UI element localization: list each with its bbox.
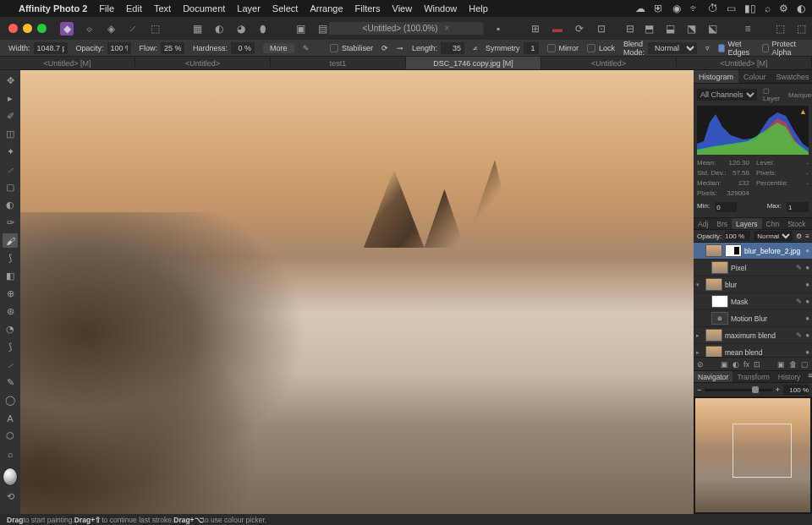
doc-tab-1[interactable]: <Untitled> [135, 57, 271, 69]
toolbar-grp2-icon[interactable]: ⬚ [794, 22, 808, 36]
navigator-viewport[interactable] [732, 424, 793, 479]
tab-histogram[interactable]: Histogram [694, 70, 738, 83]
toolbar-snap4-icon[interactable]: ⊡ [595, 22, 608, 36]
toolbar-selection1-icon[interactable]: ▣ [294, 22, 307, 36]
channels-select[interactable]: All Channels [697, 89, 757, 101]
layer-visibility-icon[interactable]: ● [805, 331, 809, 339]
layer-menu2-icon[interactable]: ≡ [805, 232, 809, 240]
menu-filters[interactable]: Filters [355, 3, 381, 14]
menu-view[interactable]: View [392, 3, 413, 14]
layer-chevron-icon[interactable]: ▸ [696, 332, 703, 339]
layer-opacity-input[interactable] [725, 231, 750, 241]
flow-input[interactable] [161, 42, 184, 54]
doc-tab-0[interactable]: <Untitled> [M] [0, 57, 135, 69]
layer-row[interactable]: blur_before_2.jpg● [694, 243, 812, 260]
menu-text[interactable]: Text [154, 3, 171, 14]
toolbar-snap2-icon[interactable]: ▬ [551, 22, 564, 36]
status-clock-icon[interactable]: ⏱ [708, 3, 718, 14]
min-input[interactable] [715, 202, 737, 212]
stabiliser-check[interactable] [330, 44, 338, 52]
tab-brs[interactable]: Brs [712, 218, 732, 229]
menu-window[interactable]: Window [424, 3, 457, 14]
close-window-button[interactable] [8, 24, 18, 33]
tab-chn[interactable]: Chn [762, 218, 784, 229]
layer-cog-icon[interactable]: ⚙ [796, 232, 802, 240]
layerbot-delete-icon[interactable]: 🗑 [789, 360, 797, 369]
status-control-icon[interactable]: ⚙ [779, 3, 788, 14]
vector-tool-icon[interactable]: ⬡ [3, 429, 18, 443]
paintbrush-tool-icon[interactable]: 🖌 [3, 233, 18, 248]
status-shield-icon[interactable]: ⛨ [654, 3, 664, 14]
wetedges-check[interactable] [718, 44, 725, 52]
toolbar-snap1-icon[interactable]: ⊞ [529, 22, 542, 36]
persona-develop-icon[interactable]: ◈ [104, 22, 118, 36]
toolbar-autolevel-icon[interactable]: ▦ [190, 22, 204, 36]
marquee-toggle[interactable]: Marquee [786, 91, 812, 99]
zoom-window-button[interactable] [37, 24, 47, 33]
layer-visibility-icon[interactable]: ● [805, 348, 809, 356]
navigator-menu-icon[interactable]: ≡ [804, 371, 812, 382]
tab-swatches[interactable]: Swatches [771, 70, 812, 83]
layerbot-crop-icon[interactable]: ⊡ [754, 360, 760, 369]
layer-row[interactable]: Mask✎● [694, 293, 812, 310]
gradient-tool-icon[interactable]: ◐ [3, 198, 18, 212]
width-input[interactable] [34, 42, 68, 54]
toolbar-snap3-icon[interactable]: ⟳ [573, 22, 586, 36]
toolbar-arrange4-icon[interactable]: ⬕ [705, 22, 719, 36]
toolbar-selection2-icon[interactable]: ▤ [315, 22, 329, 36]
layerbot-link-icon[interactable]: ⊘ [697, 360, 704, 369]
status-battery-icon[interactable]: ▮▯ [744, 3, 756, 14]
doc-tab-4[interactable]: <Untitled> [541, 57, 677, 69]
layerbot-mask-icon[interactable]: ▣ [721, 360, 728, 369]
symmetry-icon[interactable]: ⦞ [473, 43, 477, 52]
brush-preview-icon[interactable]: ✎ [303, 44, 310, 52]
hardness-input[interactable] [231, 42, 255, 54]
dodge-tool-icon[interactable]: ◔ [3, 322, 18, 336]
selection-tool-icon[interactable]: ✦ [3, 145, 18, 159]
clone-tool-icon[interactable]: ⊕ [3, 287, 18, 301]
tab-layers[interactable]: Layers [732, 218, 762, 229]
status-user-icon[interactable]: ◉ [672, 3, 681, 14]
toolbar-assist-icon[interactable]: ⊟ [623, 22, 637, 36]
menu-arrange[interactable]: Arrange [310, 3, 343, 14]
warning-icon[interactable]: ▲ [799, 107, 807, 116]
color-well[interactable] [3, 468, 18, 486]
zoom-out-icon[interactable]: − [697, 386, 701, 394]
toolbar-align1-icon[interactable]: ≡ [741, 22, 754, 36]
tab-history[interactable]: History [774, 371, 804, 382]
layer-chevron-icon[interactable]: ▾ [696, 282, 703, 288]
layer-visibility-icon[interactable]: ● [805, 314, 809, 322]
layer-row[interactable]: ▸mean blend● [694, 344, 812, 357]
retouch-tool-icon[interactable]: ⟋ [3, 358, 18, 372]
status-display-icon[interactable]: ▭ [727, 3, 736, 14]
pen-tool-icon[interactable]: ✑ [3, 216, 18, 230]
app-name[interactable]: Affinity Photo 2 [19, 3, 87, 14]
flood-tool-icon[interactable]: ⟋ [3, 162, 18, 177]
menu-document[interactable]: Document [183, 3, 225, 14]
stabiliser-mode2-icon[interactable]: ⊸ [397, 44, 403, 52]
layer-visibility-icon[interactable]: ● [805, 264, 809, 271]
fill-tool-icon[interactable]: ⟆ [3, 251, 18, 265]
layer-edit-icon[interactable]: ✎ [796, 331, 802, 339]
layer-blend-select[interactable]: Normal [754, 231, 793, 241]
minimize-window-button[interactable] [23, 24, 32, 33]
layer-edit-icon[interactable]: ✎ [796, 264, 802, 271]
marquee-tool-icon[interactable]: ▢ [3, 180, 18, 194]
zoom-slider[interactable] [705, 389, 771, 391]
doc-tab-5[interactable]: <Untitled> [M] [677, 57, 812, 69]
toolbar-autocontrast-icon[interactable]: ◐ [212, 22, 226, 36]
text-tool-icon[interactable]: A [3, 411, 18, 425]
persona-photo-icon[interactable]: ◆ [60, 22, 74, 36]
persona-tone-icon[interactable]: ⟋ [126, 22, 140, 36]
protectalpha-check[interactable] [762, 44, 769, 52]
layer-visibility-icon[interactable]: ● [805, 298, 809, 305]
layer-row[interactable]: ▾blur● [694, 276, 812, 293]
eraser-tool-icon[interactable]: ◧ [3, 269, 18, 283]
length-input[interactable] [441, 42, 464, 54]
doc-tab-2[interactable]: test1 [271, 57, 406, 69]
menu-select[interactable]: Select [272, 3, 299, 14]
status-cloud-icon[interactable]: ☁ [635, 3, 645, 14]
menu-edit[interactable]: Edit [126, 3, 142, 14]
layerbot-group-icon[interactable]: ▣ [777, 360, 785, 369]
layer-chevron-icon[interactable]: ▸ [696, 349, 703, 356]
